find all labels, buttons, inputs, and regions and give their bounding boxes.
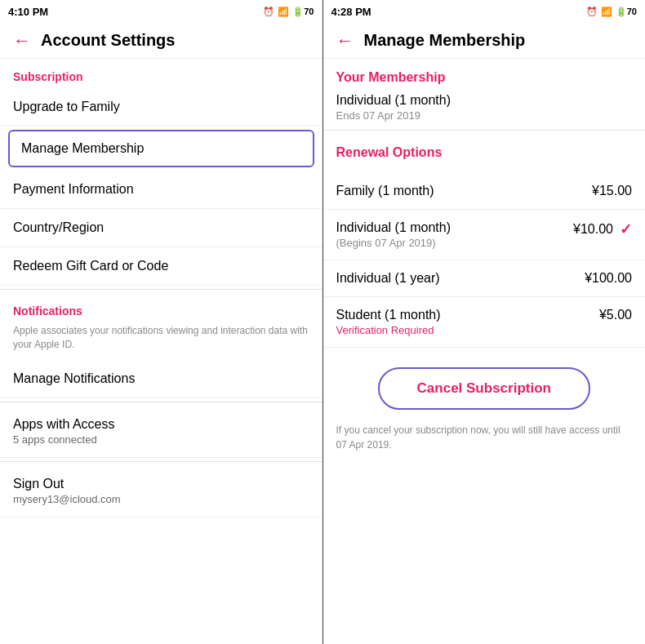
left-status-time: 4:10 PM <box>8 6 48 18</box>
payment-information-item[interactable]: Payment Information <box>0 171 322 209</box>
renewal-row-individual-month[interactable]: Individual (1 month) (Begins 07 Apr 2019… <box>323 210 646 260</box>
left-content: Subscription Upgrade to Family Manage Me… <box>0 59 322 644</box>
sign-out-item[interactable]: Sign Out mysery13@icloud.com <box>0 465 322 517</box>
renewal-family-name: Family (1 month) <box>336 184 593 198</box>
redeem-gift-card-item[interactable]: Redeem Gift Card or Code <box>0 247 322 286</box>
renewal-family-price: ¥15.00 <box>592 184 632 198</box>
renewal-individual-month-name: Individual (1 month) <box>336 220 574 235</box>
cancel-subscription-button[interactable]: Cancel Subscription <box>378 367 590 410</box>
right-alarm-icon: ⏰ <box>586 7 598 17</box>
renewal-individual-year-price: ¥100.00 <box>585 271 632 286</box>
right-battery-icon: 🔋70 <box>616 7 637 17</box>
divider-membership <box>323 130 646 131</box>
manage-membership-item[interactable]: Manage Membership <box>8 130 314 167</box>
right-header: ← Manage Membership <box>323 23 646 59</box>
selected-checkmark-icon: ✓ <box>620 220 632 238</box>
notifications-section-label: Notifications <box>0 293 322 322</box>
left-header: ← Account Settings <box>0 23 322 59</box>
divider-1 <box>0 289 322 290</box>
renewal-row-individual-year[interactable]: Individual (1 year) ¥100.00 <box>323 260 646 297</box>
current-plan-name: Individual (1 month) <box>336 93 633 108</box>
renewal-student-name: Student (1 month) <box>336 308 599 322</box>
renewal-row-family[interactable]: Family (1 month) ¥15.00 <box>323 173 646 210</box>
signal-icon: 📶 <box>278 7 289 17</box>
apps-with-access-item[interactable]: Apps with Access 5 apps connected <box>0 406 322 458</box>
renewal-individual-month-sub: (Begins 07 Apr 2019) <box>336 237 574 249</box>
your-membership-section: Your Membership Individual (1 month) End… <box>323 59 646 127</box>
renewal-options-section: Renewal Options <box>323 134 646 173</box>
left-status-icons: ⏰ 📶 🔋70 <box>263 7 314 17</box>
right-back-button[interactable]: ← <box>336 32 354 50</box>
left-back-button[interactable]: ← <box>13 32 31 50</box>
left-header-title: Account Settings <box>41 31 175 50</box>
renewal-options-title: Renewal Options <box>336 145 633 160</box>
right-signal-icon: 📶 <box>601 7 612 17</box>
right-content: Your Membership Individual (1 month) End… <box>323 59 646 644</box>
country-region-item[interactable]: Country/Region <box>0 209 322 247</box>
current-plan-ends: Ends 07 Apr 2019 <box>336 109 633 122</box>
right-status-icons: ⏰ 📶 🔋70 <box>586 7 637 17</box>
right-status-time: 4:28 PM <box>331 6 371 18</box>
alarm-icon: ⏰ <box>263 7 274 17</box>
notifications-description: Apple associates your notifications view… <box>0 322 322 360</box>
divider-2 <box>0 402 322 402</box>
right-status-bar: 4:28 PM ⏰ 📶 🔋70 <box>323 0 646 23</box>
renewal-individual-year-name: Individual (1 year) <box>336 271 585 286</box>
divider-3 <box>0 461 322 462</box>
renewal-student-sub: Verification Required <box>336 324 599 336</box>
your-membership-title: Your Membership <box>336 70 633 85</box>
cancel-note: If you cancel your subscription now, you… <box>323 423 646 465</box>
upgrade-to-family-item[interactable]: Upgrade to Family <box>0 88 322 127</box>
battery-icon: 🔋70 <box>292 7 314 17</box>
right-header-title: Manage Membership <box>364 31 526 50</box>
left-status-bar: 4:10 PM ⏰ 📶 🔋70 <box>0 0 322 23</box>
manage-notifications-item[interactable]: Manage Notifications <box>0 360 322 398</box>
subscription-section-label: Subscription <box>0 59 322 88</box>
renewal-student-price: ¥5.00 <box>599 308 632 322</box>
left-phone-panel: 4:10 PM ⏰ 📶 🔋70 ← Account Settings Subsc… <box>0 0 323 644</box>
renewal-individual-month-price: ¥10.00 <box>573 222 613 237</box>
renewal-row-student[interactable]: Student (1 month) Verification Required … <box>323 297 646 348</box>
right-phone-panel: 4:28 PM ⏰ 📶 🔋70 ← Manage Membership Your… <box>323 0 646 644</box>
